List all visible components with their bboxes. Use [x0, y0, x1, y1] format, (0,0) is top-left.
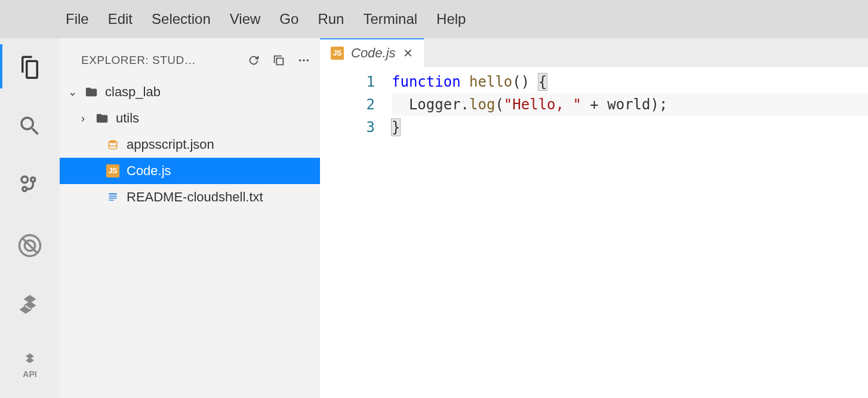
- folder-icon: [84, 85, 99, 99]
- activity-debug[interactable]: [0, 228, 60, 263]
- js-icon: JS: [331, 47, 344, 60]
- menu-edit[interactable]: Edit: [108, 11, 133, 27]
- refresh-icon[interactable]: [247, 54, 260, 67]
- api-label: API: [23, 370, 36, 378]
- debug-disabled-icon: [17, 233, 42, 258]
- activity-cloud-api[interactable]: API: [0, 348, 60, 382]
- line-gutter: 1 2 3: [320, 71, 392, 398]
- tree-file-code-js[interactable]: JS Code.js: [60, 158, 320, 184]
- code-line: function hello() {: [392, 71, 868, 93]
- menu-selection[interactable]: Selection: [152, 11, 211, 27]
- activity-explorer[interactable]: [0, 49, 60, 84]
- editor-tabs: JS Code.js ✕: [320, 38, 868, 67]
- menu-help[interactable]: Help: [436, 11, 466, 27]
- chevron-right-icon: ›: [78, 112, 88, 125]
- svg-point-0: [21, 176, 28, 183]
- menu-terminal[interactable]: Terminal: [363, 11, 417, 27]
- files-icon: [17, 54, 42, 79]
- code-body[interactable]: function hello() { Logger.log("Hello, " …: [392, 71, 868, 398]
- svg-point-4: [303, 59, 305, 62]
- code-line: }: [392, 116, 868, 139]
- svg-point-3: [299, 59, 301, 62]
- menu-run[interactable]: Run: [318, 11, 344, 27]
- source-control-icon: [17, 173, 42, 198]
- tree-folder-utils[interactable]: › utils: [60, 105, 320, 131]
- tree-folder-root[interactable]: ⌄ clasp_lab: [60, 79, 320, 105]
- folder-icon: [94, 112, 110, 125]
- more-icon[interactable]: [297, 54, 310, 67]
- tree-label: clasp_lab: [105, 84, 161, 100]
- js-icon: JS: [105, 164, 121, 177]
- code-editor[interactable]: 1 2 3 function hello() { Logger.log("Hel…: [320, 67, 868, 398]
- tree-file-readme[interactable]: README-cloudshell.txt: [60, 184, 320, 210]
- menu-file[interactable]: File: [66, 11, 89, 27]
- tree-label: README-cloudshell.txt: [127, 189, 263, 205]
- svg-point-5: [307, 59, 309, 62]
- text-file-icon: [105, 191, 121, 203]
- close-icon[interactable]: ✕: [403, 46, 413, 60]
- json-icon: [105, 139, 121, 151]
- activity-source-control[interactable]: [0, 169, 60, 203]
- svg-point-6: [109, 140, 116, 143]
- menu-bar: File Edit Selection View Go Run Terminal…: [0, 0, 868, 38]
- cloud-api-icon: [20, 352, 40, 369]
- tree-label: appsscript.json: [127, 137, 214, 152]
- activity-bar: API: [0, 38, 60, 398]
- tree-label: utils: [116, 111, 139, 126]
- tab-code-js[interactable]: JS Code.js ✕: [320, 38, 424, 67]
- menu-view[interactable]: View: [230, 11, 261, 27]
- code-line: Logger.log("Hello, " + world);: [392, 93, 868, 116]
- tab-label: Code.js: [351, 45, 396, 61]
- extensions-icon: [17, 293, 42, 318]
- collapse-all-icon[interactable]: [272, 54, 285, 67]
- tree-file-appsscript[interactable]: appsscript.json: [60, 131, 320, 158]
- explorer-header: EXPLORER: STUD…: [60, 45, 320, 75]
- explorer-sidebar: EXPLORER: STUD… ⌄ clasp_lab › utils: [60, 38, 320, 398]
- line-number: 3: [320, 116, 375, 139]
- tree-label: Code.js: [127, 163, 171, 179]
- editor-area: JS Code.js ✕ 1 2 3 function hello() { Lo…: [320, 38, 868, 398]
- line-number: 2: [320, 93, 375, 116]
- menu-go[interactable]: Go: [279, 11, 298, 27]
- file-tree: ⌄ clasp_lab › utils appsscript.json: [60, 75, 320, 210]
- explorer-title: EXPLORER: STUD…: [81, 54, 240, 67]
- chevron-down-icon: ⌄: [67, 85, 78, 99]
- activity-search[interactable]: [0, 109, 60, 143]
- search-icon: [17, 114, 42, 139]
- line-number: 1: [320, 71, 375, 93]
- activity-extensions[interactable]: [0, 288, 60, 323]
